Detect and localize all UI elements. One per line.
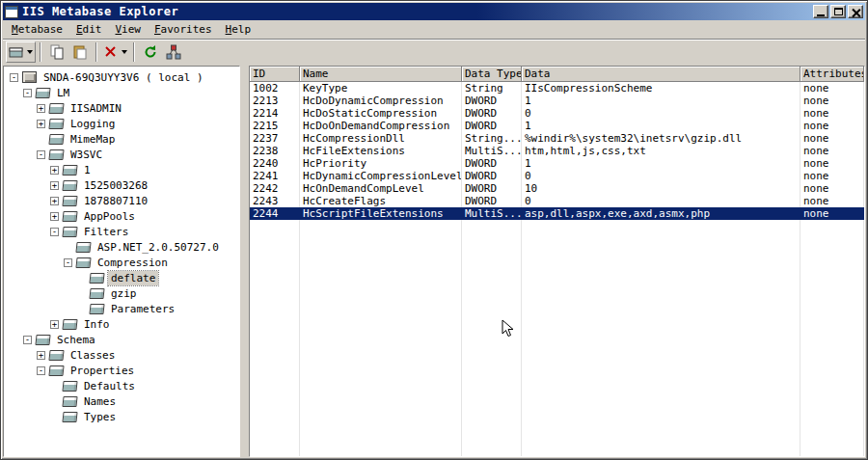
table-row[interactable]: 2240HcPriorityDWORD1none: [250, 157, 864, 170]
tree-item-properties[interactable]: Properties: [4, 363, 239, 378]
menu-help[interactable]: Help: [219, 21, 258, 39]
menu-edit[interactable]: Edit: [69, 21, 109, 39]
column-header-data[interactable]: Data: [522, 67, 800, 82]
column-header-id[interactable]: ID: [250, 67, 300, 82]
paste-button[interactable]: [68, 41, 92, 63]
computer-icon: [22, 71, 37, 83]
expand-icon[interactable]: [50, 166, 59, 175]
table-row[interactable]: 2241HcDynamicCompressionLevelDWORD0none: [250, 170, 864, 182]
node-icon: [89, 304, 104, 314]
column-header-name[interactable]: Name: [300, 67, 462, 82]
tree-item-names[interactable]: Names: [4, 393, 239, 409]
tree-item-site-1[interactable]: 1: [4, 162, 239, 177]
node-icon: [62, 412, 77, 422]
tree-item-logging[interactable]: Logging: [4, 116, 239, 131]
expand-icon[interactable]: [37, 351, 45, 360]
tree-item-apppools[interactable]: AppPools: [4, 208, 239, 224]
expand-icon[interactable]: [50, 320, 59, 329]
minimize-button[interactable]: [813, 5, 828, 18]
expand-icon[interactable]: [37, 104, 45, 113]
collapse-icon[interactable]: [10, 73, 18, 82]
tree-item-filters[interactable]: Filters: [4, 224, 239, 239]
tree-item-site-1525003268[interactable]: 1525003268: [4, 177, 239, 193]
tree-item-aspnet[interactable]: ASP.NET_2.0.50727.0: [4, 239, 239, 255]
toolbar-separator: [95, 42, 97, 62]
menu-bar: Metabase Edit View Favorites Help: [3, 20, 865, 39]
node-icon: [62, 180, 77, 191]
collapse-icon[interactable]: [37, 150, 45, 159]
table-row[interactable]: 2242HcOnDemandCompLevelDWORD10none: [250, 182, 864, 195]
collapse-icon[interactable]: [64, 258, 72, 267]
expand-icon[interactable]: [50, 212, 59, 221]
table-row-selected[interactable]: 2244HcScriptFileExtensionsMultiS...asp,d…: [250, 207, 864, 220]
tree-item-w3svc[interactable]: W3SVC: [4, 147, 239, 162]
table-header: ID Name Data Type Data Attributes: [250, 67, 864, 82]
delete-button[interactable]: [101, 41, 129, 63]
title-bar[interactable]: IIS Metabase Explorer: [3, 3, 865, 20]
close-button[interactable]: [848, 5, 863, 18]
tree-item-schema[interactable]: Schema: [4, 332, 239, 347]
node-icon: [62, 211, 77, 222]
paste-icon: [72, 44, 88, 60]
metabase-tree: SNDA-69Q3UYY3V6 ( local ) LM IISADMIN Lo…: [3, 66, 240, 457]
node-icon: [62, 165, 77, 176]
table-row[interactable]: 2214HcDoStaticCompressionDWORD0none: [250, 107, 864, 120]
menu-metabase[interactable]: Metabase: [5, 21, 69, 39]
node-icon: [89, 273, 104, 284]
panel-splitter[interactable]: [240, 66, 249, 457]
node-icon: [62, 396, 77, 407]
expand-icon[interactable]: [50, 197, 59, 205]
refresh-button[interactable]: [139, 41, 162, 63]
tree-item-local-machine[interactable]: SNDA-69Q3UYY3V6 ( local ): [4, 69, 239, 85]
column-header-attributes[interactable]: Attributes: [800, 67, 864, 82]
tree-item-parameters[interactable]: Parameters: [4, 301, 239, 316]
values-list: ID Name Data Type Data Attributes 1002Ke…: [249, 66, 865, 457]
maximize-button[interactable]: [830, 5, 846, 18]
delete-dropdown-icon[interactable]: [122, 50, 127, 54]
tree-item-info[interactable]: Info: [4, 316, 239, 332]
table-row[interactable]: 1002KeyTypeStringIIsCompressionSchemenon…: [250, 82, 864, 95]
node-icon: [62, 196, 77, 206]
node-icon: [35, 88, 50, 98]
tree-item-types[interactable]: Types: [4, 409, 239, 424]
expand-icon[interactable]: [37, 120, 45, 128]
tree-item-classes[interactable]: Classes: [4, 347, 239, 363]
table-row[interactable]: 2213HcDoDynamicCompressionDWORD1none: [250, 95, 864, 107]
table-row[interactable]: 2215HcDoOnDemandCompressionDWORD1none: [250, 120, 864, 132]
toolbar-separator: [133, 42, 135, 62]
copy-button[interactable]: [45, 41, 68, 63]
node-icon: [89, 288, 104, 299]
collapse-icon[interactable]: [23, 336, 32, 344]
column-header-data-type[interactable]: Data Type: [462, 67, 522, 82]
tree-item-deflate[interactable]: deflate: [4, 270, 239, 285]
table-row[interactable]: 2237HcCompressionDllString...%windir%\sy…: [250, 132, 864, 145]
menu-favorites[interactable]: Favorites: [148, 21, 219, 39]
table-row[interactable]: 2243HcCreateFlagsDWORD0none: [250, 195, 864, 207]
expand-icon[interactable]: [50, 181, 59, 190]
tree-item-gzip[interactable]: gzip: [4, 285, 239, 301]
node-icon: [75, 242, 91, 253]
new-key-dropdown-icon[interactable]: [27, 50, 33, 54]
collapse-icon[interactable]: [37, 366, 45, 375]
tree-item-lm[interactable]: LM: [4, 85, 239, 100]
tree-item-iisadmin[interactable]: IISADMIN: [4, 100, 239, 116]
tree-item-defaults[interactable]: Defaults: [4, 378, 239, 393]
tree-item-compression[interactable]: Compression: [4, 255, 239, 270]
node-icon: [48, 365, 64, 376]
toolbar-separator: [40, 42, 41, 62]
app-icon: [5, 6, 18, 18]
menu-view[interactable]: View: [108, 21, 148, 39]
new-key-button[interactable]: [6, 41, 36, 63]
connect-button[interactable]: [162, 41, 185, 63]
table-row[interactable]: 2238HcFileExtensionsMultiS...htm,html,js…: [250, 145, 864, 157]
node-icon: [48, 350, 64, 361]
maximize-icon: [834, 8, 843, 15]
collapse-icon[interactable]: [50, 228, 59, 236]
close-icon: [852, 8, 860, 16]
node-icon: [35, 335, 50, 345]
tree-item-mimemap[interactable]: MimeMap: [4, 131, 239, 147]
tree-item-site-1878807110[interactable]: 1878807110: [4, 193, 239, 208]
collapse-icon[interactable]: [23, 89, 32, 97]
minimize-icon: [817, 14, 825, 16]
node-icon: [62, 319, 77, 330]
